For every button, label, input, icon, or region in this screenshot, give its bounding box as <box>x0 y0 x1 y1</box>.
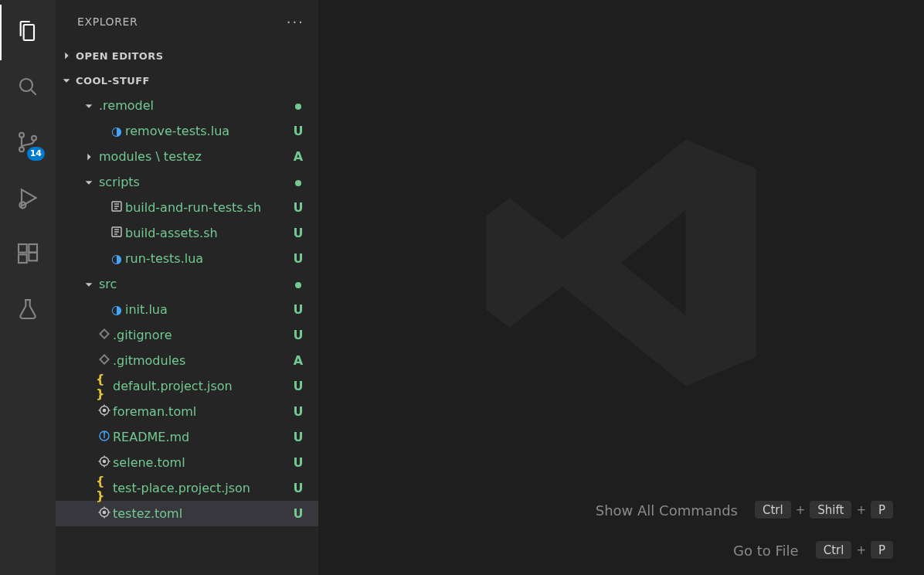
git-status-letter: U <box>290 200 306 215</box>
key-sequence: Ctrl+Shift+P <box>755 501 893 519</box>
git-modified-dot-icon <box>290 175 306 189</box>
tree-file[interactable]: README.mdU <box>56 424 318 450</box>
plus-separator: + <box>796 503 806 517</box>
editor-area: Show All CommandsCtrl+Shift+PGo to FileC… <box>318 0 924 575</box>
tree-item-label: README.md <box>113 430 290 444</box>
git-modified-dot-icon <box>290 98 306 113</box>
tree-item-label: selene.toml <box>113 455 290 470</box>
folder-section[interactable]: COOL-STUFF <box>56 68 318 93</box>
svg-rect-8 <box>29 244 37 253</box>
activity-bar: 14 <box>0 0 56 575</box>
chevron-right-icon <box>82 151 96 162</box>
md-file-icon <box>96 430 113 445</box>
tree-file[interactable]: ◑run-tests.luaU <box>56 246 318 271</box>
svg-point-35 <box>103 511 105 513</box>
toml-file-icon <box>96 455 113 471</box>
toml-file-icon <box>96 506 113 522</box>
tree-item-label: src <box>99 277 290 291</box>
tree-file[interactable]: { }test-place.project.jsonU <box>56 475 318 501</box>
git-status-letter: U <box>290 124 306 138</box>
tree-file[interactable]: .gitmodulesA <box>56 348 318 373</box>
git-status-letter: U <box>290 302 306 317</box>
tree-item-label: .gitmodules <box>113 353 290 368</box>
activity-explorer[interactable] <box>0 5 56 60</box>
svg-line-1 <box>31 90 36 95</box>
svg-marker-5 <box>22 189 36 206</box>
tree-file[interactable]: selene.tomlU <box>56 450 318 475</box>
scm-badge: 14 <box>27 147 45 161</box>
chevron-down-icon <box>82 100 96 111</box>
keyboard-hint-row: Show All CommandsCtrl+Shift+P <box>596 501 893 519</box>
tree-file[interactable]: foreman.tomlU <box>56 399 318 424</box>
tree-folder[interactable]: scripts <box>56 169 318 195</box>
git-status-letter: A <box>290 149 306 164</box>
json-file-icon: { } <box>96 474 113 503</box>
activity-run-debug[interactable] <box>0 172 56 227</box>
tree-file[interactable]: ◑init.luaU <box>56 297 318 322</box>
activity-testing[interactable] <box>0 283 56 339</box>
activity-extensions[interactable] <box>0 227 56 283</box>
git-status-letter: U <box>290 328 306 342</box>
git-status-letter: U <box>290 430 306 444</box>
svg-point-20 <box>103 409 105 411</box>
file-tree: .remodel◑remove-tests.luaUmodules \ test… <box>56 93 318 526</box>
tree-folder[interactable]: modules \ testezA <box>56 144 318 169</box>
tree-file[interactable]: .gitignoreU <box>56 322 318 348</box>
sh-file-icon <box>108 226 125 241</box>
search-icon <box>15 74 40 102</box>
keyboard-hints: Show All CommandsCtrl+Shift+PGo to FileC… <box>596 501 893 560</box>
tree-item-label: test-place.project.json <box>113 481 290 495</box>
kbd-key: Ctrl <box>755 501 791 519</box>
app-root: 14 EXPLORER ··· OPEN EDITORS <box>0 0 924 575</box>
tree-file[interactable]: { }default.project.jsonU <box>56 373 318 399</box>
tree-item-label: run-tests.lua <box>125 251 290 266</box>
plus-separator: + <box>856 543 866 557</box>
hint-label: Show All Commands <box>596 502 738 519</box>
explorer-more-button[interactable]: ··· <box>287 14 304 30</box>
chevron-down-icon <box>82 177 96 188</box>
open-editors-section[interactable]: OPEN EDITORS <box>56 43 318 68</box>
debug-icon <box>15 185 40 213</box>
explorer-title: EXPLORER <box>77 15 138 28</box>
kbd-key: P <box>871 541 893 560</box>
folder-name-label: COOL-STUFF <box>76 75 150 87</box>
activity-source-control[interactable]: 14 <box>0 116 56 172</box>
tree-file[interactable]: build-assets.shU <box>56 220 318 246</box>
tree-item-label: build-assets.sh <box>125 226 290 240</box>
git-file-icon <box>96 328 113 343</box>
open-editors-label: OPEN EDITORS <box>76 50 163 62</box>
lua-file-icon: ◑ <box>108 302 125 317</box>
keyboard-hint-row: Go to FileCtrl+P <box>733 541 893 560</box>
tree-item-label: .gitignore <box>113 328 290 342</box>
extensions-icon <box>15 241 40 269</box>
tree-item-label: default.project.json <box>113 379 290 393</box>
git-status-letter: U <box>290 404 306 419</box>
lua-file-icon: ◑ <box>108 251 125 266</box>
json-file-icon: { } <box>96 372 113 401</box>
git-status-letter: A <box>290 353 306 368</box>
tree-file[interactable]: build-and-run-tests.shU <box>56 195 318 220</box>
sh-file-icon <box>108 200 125 216</box>
tree-item-label: remove-tests.lua <box>125 124 290 138</box>
activity-search[interactable] <box>0 60 56 116</box>
vscode-watermark-icon <box>474 116 768 413</box>
svg-rect-7 <box>19 244 27 253</box>
git-status-letter: U <box>290 379 306 393</box>
tree-file[interactable]: ◑remove-tests.luaU <box>56 118 318 144</box>
tree-item-label: modules \ testez <box>99 149 290 164</box>
tree-item-label: build-and-run-tests.sh <box>125 200 290 215</box>
tree-item-label: testez.toml <box>113 506 290 521</box>
svg-point-0 <box>20 79 32 91</box>
kbd-key: Shift <box>810 501 851 519</box>
kbd-key: Ctrl <box>816 541 852 560</box>
tree-folder[interactable]: .remodel <box>56 93 318 118</box>
git-status-letter: U <box>290 251 306 266</box>
key-sequence: Ctrl+P <box>816 541 893 560</box>
toml-file-icon <box>96 404 113 420</box>
tree-file[interactable]: testez.tomlU <box>56 501 318 526</box>
git-file-icon <box>96 353 113 369</box>
svg-rect-9 <box>19 254 27 263</box>
hint-label: Go to File <box>733 543 799 559</box>
tree-folder[interactable]: src <box>56 271 318 297</box>
chevron-down-icon <box>82 279 96 290</box>
